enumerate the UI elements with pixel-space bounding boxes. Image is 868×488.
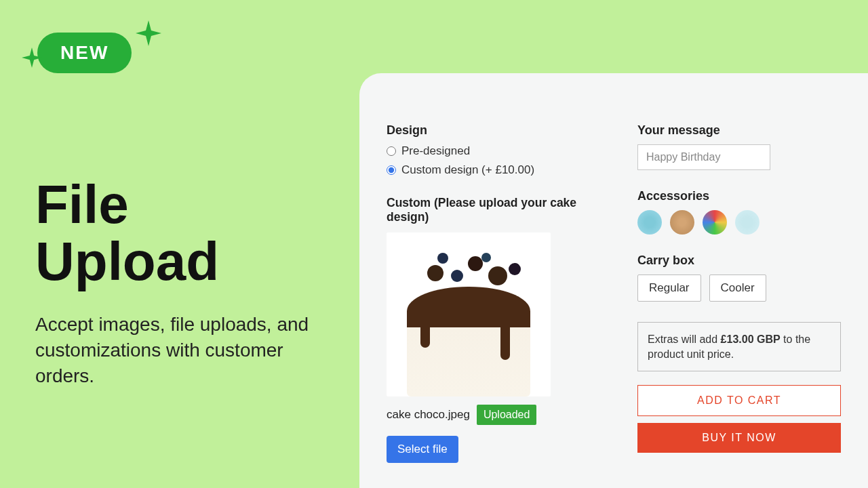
accessory-sprinkles[interactable] <box>670 210 694 235</box>
uploaded-image-preview <box>387 232 551 396</box>
new-badge: NEW <box>37 33 132 73</box>
carry-box-options: Regular Cooler <box>637 274 841 302</box>
radio-predesigned[interactable] <box>387 146 396 156</box>
accessories-row <box>637 210 841 235</box>
info-amount: £13.00 GBP <box>721 333 781 345</box>
accessories-label: Accessories <box>637 189 841 203</box>
design-option-predesigned[interactable]: Pre-designed <box>387 144 604 158</box>
hero-title-line1: File <box>35 174 129 235</box>
sparkle-icon <box>136 20 161 46</box>
message-input[interactable] <box>637 144 770 170</box>
info-prefix: Extras will add <box>648 333 721 345</box>
message-label: Your message <box>637 123 841 138</box>
radio-custom[interactable] <box>387 165 396 175</box>
file-info-row: cake choco.jpeg Uploaded <box>387 405 604 425</box>
sparkle-icon <box>22 47 42 68</box>
hero-title: File Upload <box>35 176 334 290</box>
add-to-cart-button[interactable]: ADD TO CART <box>637 385 841 416</box>
design-option-custom[interactable]: Custom design (+ £10.00) <box>387 163 604 177</box>
select-file-button[interactable]: Select file <box>387 436 458 463</box>
design-option-label: Pre-designed <box>401 144 470 158</box>
upload-label: Custom (Please upload your cake design) <box>387 196 604 224</box>
hero-subtitle: Accept images, file uploads, and customi… <box>35 312 334 388</box>
accessory-candles[interactable] <box>637 210 662 235</box>
carry-box-label: Carry box <box>637 253 841 268</box>
left-column: Design Pre-designed Custom design (+ £10… <box>387 123 604 461</box>
carry-box-cooler[interactable]: Cooler <box>709 274 766 302</box>
accessory-party-hat[interactable] <box>703 210 727 235</box>
right-column: Your message Accessories Carry box Regul… <box>637 123 841 461</box>
carry-box-regular[interactable]: Regular <box>637 274 701 302</box>
upload-status-badge: Uploaded <box>477 405 537 425</box>
new-badge-group: NEW <box>14 20 132 73</box>
hero-text: File Upload Accept images, file uploads,… <box>35 176 334 388</box>
extras-info: Extras will add £13.00 GBP to the produc… <box>637 322 841 371</box>
product-options-panel: Design Pre-designed Custom design (+ £10… <box>359 73 868 488</box>
design-option-label: Custom design (+ £10.00) <box>401 163 534 177</box>
buy-it-now-button[interactable]: BUY IT NOW <box>637 423 841 453</box>
hero-title-line2: Upload <box>35 231 219 291</box>
file-name: cake choco.jpeg <box>387 408 470 422</box>
accessory-balloons[interactable] <box>735 210 760 235</box>
design-label: Design <box>387 123 604 138</box>
